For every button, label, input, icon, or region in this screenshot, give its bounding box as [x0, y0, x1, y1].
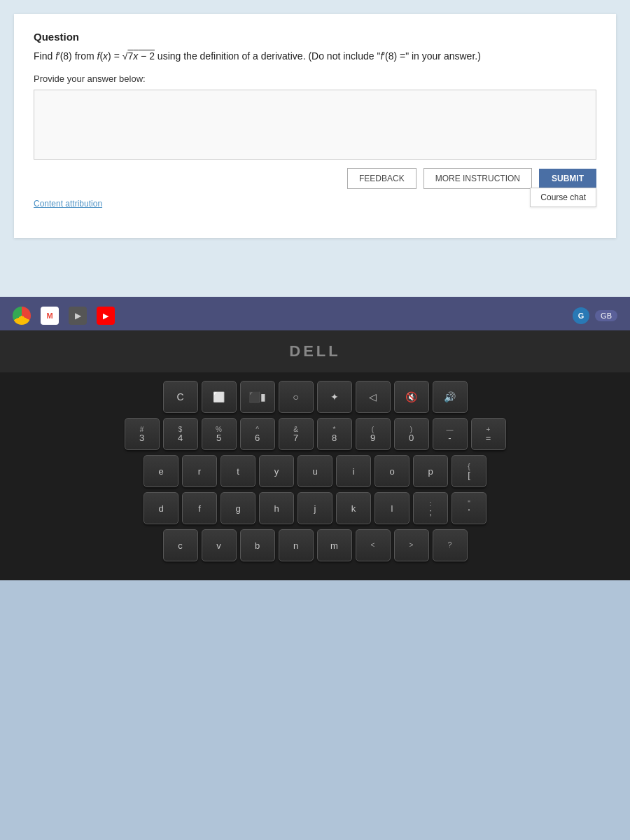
key-multiwindow[interactable]: ⬛▮ [240, 381, 275, 413]
key-plus-equals[interactable]: + = [471, 418, 506, 450]
keyboard-row-home: d f g h j k l : ; " ' [21, 492, 609, 524]
key-6-caret[interactable]: ^ 6 [240, 418, 275, 450]
key-j[interactable]: j [298, 492, 332, 524]
key-mute[interactable]: 🔇 [394, 381, 429, 413]
gb-badge: GB [595, 310, 617, 321]
key-minus-dash[interactable]: — - [433, 418, 468, 450]
key-t[interactable]: t [220, 455, 255, 487]
key-question[interactable]: ? [433, 529, 468, 561]
provide-label: Provide your answer below: [34, 74, 596, 84]
key-b[interactable]: b [240, 529, 275, 561]
key-l[interactable]: l [374, 492, 410, 524]
keyboard-row-fn: C ⬜ ⬛▮ ○ ✦ ◁ 🔇 🔊 [21, 381, 609, 413]
gmail-icon[interactable]: M [41, 307, 59, 325]
key-c[interactable]: C [163, 381, 198, 413]
key-f[interactable]: f [182, 492, 217, 524]
key-v[interactable]: v [202, 529, 237, 561]
youtube-icon[interactable]: ▶ [97, 307, 115, 325]
key-brace-open[interactable]: { [ [451, 455, 486, 487]
key-9-paren-open[interactable]: ( 9 [356, 418, 391, 450]
key-colon[interactable]: : ; [413, 492, 448, 524]
taskbar-right: G GB [573, 307, 617, 324]
key-7-amp[interactable]: & 7 [279, 418, 314, 450]
screen-area: Question Find f′(8) from f(x) = √7x − 2 … [0, 0, 630, 301]
dell-logo: DELL [289, 342, 340, 360]
key-i[interactable]: i [336, 455, 371, 487]
more-instruction-button[interactable]: MORE INSTRUCTION [424, 168, 532, 189]
media-icon[interactable]: ▶ [69, 307, 87, 325]
key-circle[interactable]: ○ [279, 381, 314, 413]
key-d[interactable]: d [144, 492, 178, 524]
key-y[interactable]: y [259, 455, 294, 487]
chrome-icon[interactable] [13, 307, 31, 325]
key-quote[interactable]: " ' [451, 492, 486, 524]
key-prev[interactable]: ◁ [356, 381, 391, 413]
question-label: Question [34, 31, 596, 43]
feedback-button[interactable]: FEEDBACK [347, 168, 416, 189]
key-h[interactable]: h [259, 492, 294, 524]
taskbar-left: M ▶ ▶ [13, 307, 115, 325]
dell-logo-area: DELL [0, 330, 630, 372]
key-p[interactable]: p [413, 455, 448, 487]
key-r[interactable]: r [182, 455, 217, 487]
keyboard-row-bottom: c v b n m < > ? [21, 529, 609, 561]
key-greater-than[interactable]: > [394, 529, 429, 561]
key-4-dollar[interactable]: $ 4 [163, 418, 198, 450]
key-3-hash[interactable]: # 3 [125, 418, 160, 450]
keyboard-row-qwerty: e r t y u i o p { [ [21, 455, 609, 487]
answer-input-area[interactable] [34, 90, 596, 160]
key-0-paren-close[interactable]: ) 0 [394, 418, 429, 450]
course-chat-button[interactable]: Course chat [530, 188, 596, 207]
keyboard-row-number: # 3 $ 4 % 5 ^ 6 & 7 * 8 ( 9 ) 0 [21, 418, 609, 450]
key-5-percent[interactable]: % 5 [202, 418, 237, 450]
key-m[interactable]: m [317, 529, 352, 561]
key-k[interactable]: k [336, 492, 371, 524]
submit-button[interactable]: SUBMIT [539, 169, 596, 188]
key-less-than[interactable]: < [356, 529, 391, 561]
profile-avatar[interactable]: G [573, 307, 589, 324]
action-buttons: FEEDBACK MORE INSTRUCTION SUBMIT [34, 160, 596, 193]
key-brightness[interactable]: ✦ [317, 381, 352, 413]
taskbar: M ▶ ▶ G GB [0, 301, 630, 330]
key-c-bottom[interactable]: c [163, 529, 198, 561]
content-card: Question Find f′(8) from f(x) = √7x − 2 … [14, 14, 616, 238]
key-volume[interactable]: 🔊 [433, 381, 468, 413]
key-o[interactable]: o [374, 455, 410, 487]
keyboard-area: C ⬜ ⬛▮ ○ ✦ ◁ 🔇 🔊 # 3 $ 4 % 5 ^ 6 & 7 * [0, 372, 630, 580]
key-g[interactable]: g [220, 492, 255, 524]
content-attribution-link[interactable]: Content attribution [34, 199, 596, 209]
key-8-star[interactable]: * 8 [317, 418, 352, 450]
key-e[interactable]: e [144, 455, 178, 487]
question-text: Find f′(8) from f(x) = √7x − 2 using the… [34, 48, 596, 64]
key-u[interactable]: u [298, 455, 332, 487]
key-window[interactable]: ⬜ [202, 381, 237, 413]
key-n[interactable]: n [279, 529, 314, 561]
